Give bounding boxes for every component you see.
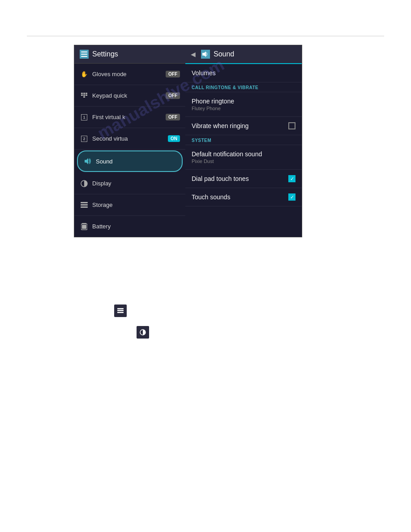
second-virtual-toggle[interactable]: ON bbox=[168, 135, 180, 142]
sound-label: Sound bbox=[96, 158, 176, 165]
svg-marker-18 bbox=[202, 51, 206, 57]
section-header-system: SYSTEM bbox=[185, 135, 302, 145]
sound-header-icon bbox=[201, 50, 210, 59]
sidebar-item-sound[interactable]: Sound bbox=[77, 150, 183, 172]
default-notification-label: Default notification sound bbox=[192, 150, 262, 158]
sidebar-item-keypad-quick[interactable]: Keypad quick OFF bbox=[74, 85, 185, 107]
vibrate-label: Vibrate when ringing bbox=[192, 122, 248, 129]
svg-rect-8 bbox=[86, 94, 87, 96]
phone-ringtone-label: Phone ringtone bbox=[192, 98, 234, 105]
sidebar-item-gloves-mode[interactable]: ✋ Gloves mode OFF bbox=[74, 64, 185, 85]
keypad-label: Keypad quick bbox=[92, 92, 166, 99]
touch-sounds-checkbox[interactable]: ✓ bbox=[288, 193, 295, 201]
second-virtual-icon: 2 bbox=[80, 134, 89, 143]
svg-rect-2 bbox=[81, 56, 87, 57]
sidebar-item-first-virtual[interactable]: 1 First virtual k OFF bbox=[74, 107, 185, 128]
first-virtual-toggle[interactable]: OFF bbox=[166, 114, 180, 120]
svg-rect-13 bbox=[81, 204, 88, 206]
svg-rect-7 bbox=[83, 94, 85, 96]
icon-area bbox=[74, 251, 302, 339]
storage-icon bbox=[80, 201, 89, 210]
svg-rect-6 bbox=[81, 94, 83, 96]
default-notification-subtitle: Pixie Dust bbox=[192, 159, 262, 164]
storage-icon-row bbox=[114, 305, 302, 317]
first-virtual-label: First virtual k bbox=[92, 114, 166, 120]
svg-rect-19 bbox=[117, 308, 124, 309]
svg-rect-5 bbox=[86, 93, 87, 94]
dial-pad-checkbox[interactable]: ✓ bbox=[288, 175, 295, 182]
first-virtual-icon: 1 bbox=[80, 113, 89, 122]
svg-rect-1 bbox=[81, 54, 87, 55]
sound-item-touch-sounds[interactable]: Touch sounds ✓ bbox=[185, 188, 302, 206]
settings-header: Settings bbox=[74, 45, 185, 64]
storage-label: Storage bbox=[92, 202, 180, 208]
svg-rect-9 bbox=[83, 96, 85, 98]
sound-item-phone-ringtone[interactable]: Phone ringtone Flutey Phone bbox=[185, 92, 302, 117]
touch-sounds-label: Touch sounds bbox=[192, 193, 230, 201]
sound-header: ◀ Sound bbox=[185, 45, 302, 64]
default-notification-content: Default notification sound Pixie Dust bbox=[192, 150, 262, 164]
svg-rect-21 bbox=[117, 312, 124, 313]
screenshot-area: Settings ✋ Gloves mode OFF bbox=[74, 45, 302, 237]
back-arrow-icon[interactable]: ◀ bbox=[191, 51, 196, 58]
svg-rect-12 bbox=[81, 202, 88, 203]
sound-icon bbox=[83, 157, 92, 166]
settings-panel: Settings ✋ Gloves mode OFF bbox=[74, 45, 185, 237]
vibrate-checkbox[interactable] bbox=[288, 122, 295, 129]
battery-label: Battery bbox=[92, 223, 180, 230]
section-header-call-ringtone: CALL RINGTONE & VIBRATE bbox=[185, 82, 302, 92]
sound-item-dial-pad[interactable]: Dial pad touch tones ✓ bbox=[185, 170, 302, 188]
keypad-toggle[interactable]: OFF bbox=[166, 92, 180, 99]
page-container: Settings ✋ Gloves mode OFF bbox=[0, 0, 411, 532]
svg-rect-0 bbox=[81, 51, 87, 52]
settings-title: Settings bbox=[92, 50, 118, 58]
battery-icon bbox=[80, 222, 89, 231]
second-virtual-label: Second virtua bbox=[92, 135, 168, 142]
svg-rect-3 bbox=[81, 93, 83, 94]
display-icon-box bbox=[137, 326, 149, 339]
display-label: Display bbox=[92, 180, 180, 187]
storage-icon-box bbox=[114, 305, 127, 317]
svg-rect-20 bbox=[117, 310, 124, 311]
display-icon bbox=[80, 179, 89, 188]
svg-marker-10 bbox=[85, 158, 88, 164]
sound-item-vibrate[interactable]: Vibrate when ringing bbox=[185, 117, 302, 135]
sidebar-item-second-virtual[interactable]: 2 Second virtua ON bbox=[74, 128, 185, 150]
dial-pad-label: Dial pad touch tones bbox=[192, 175, 249, 182]
svg-rect-4 bbox=[83, 93, 85, 94]
svg-rect-14 bbox=[81, 206, 88, 208]
svg-rect-17 bbox=[82, 225, 86, 229]
sidebar-item-battery[interactable]: Battery bbox=[74, 216, 185, 237]
sidebar-item-display[interactable]: Display bbox=[74, 173, 185, 194]
sound-item-volumes[interactable]: Volumes bbox=[185, 64, 302, 82]
sound-item-default-notification[interactable]: Default notification sound Pixie Dust bbox=[185, 145, 302, 170]
phone-ringtone-subtitle: Flutey Phone bbox=[192, 106, 234, 111]
display-icon-row bbox=[137, 326, 302, 339]
sidebar-item-storage[interactable]: Storage bbox=[74, 194, 185, 216]
gloves-label: Gloves mode bbox=[92, 71, 166, 77]
top-divider bbox=[27, 36, 384, 36]
gloves-icon: ✋ bbox=[80, 70, 89, 79]
settings-header-icon bbox=[80, 50, 89, 59]
gloves-toggle[interactable]: OFF bbox=[166, 71, 180, 77]
volumes-label: Volumes bbox=[192, 69, 216, 77]
sound-panel: ◀ Sound Volumes CALL RINGTONE & VIBRATE … bbox=[185, 45, 302, 237]
keypad-icon bbox=[80, 91, 89, 100]
phone-ringtone-content: Phone ringtone Flutey Phone bbox=[192, 98, 234, 111]
sound-title: Sound bbox=[214, 50, 234, 58]
